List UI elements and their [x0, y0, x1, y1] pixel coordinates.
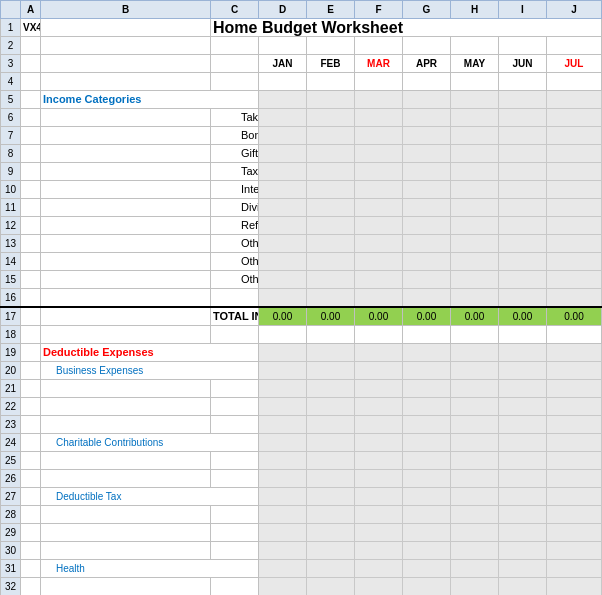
col-header-i: I	[499, 1, 547, 19]
char-item-2: Other Non-Profit	[211, 470, 259, 488]
month-jul: JUL	[547, 55, 602, 73]
row-6: 6 Take Home Pay	[1, 109, 602, 127]
cell-h5[interactable]	[451, 91, 499, 109]
name-box[interactable]: VX42	[21, 19, 41, 37]
income-item-5: Interest Income	[211, 181, 259, 199]
col-header-b: B	[41, 1, 211, 19]
rownum-2: 2	[1, 37, 21, 55]
row-2: 2	[1, 37, 602, 55]
row-14: 14 Other Income #2	[1, 253, 602, 271]
row-21: 21 Unreimbursed	[1, 380, 602, 398]
row-24: 24 Charitable Contributions	[1, 434, 602, 452]
business-expenses-label: Business Expenses	[41, 362, 259, 380]
health-item-1: Medical Insurance	[211, 578, 259, 596]
row-32: 32 Medical Insurance	[1, 578, 602, 596]
row-29: 29 Real Estate Tax	[1, 524, 602, 542]
bus-item-3: Other Business Expenses	[211, 416, 259, 434]
deductible-tax-label: Deductible Tax	[41, 488, 259, 506]
tax-item-3: Other Deducible Tax	[211, 542, 259, 560]
col-header-g: G	[403, 1, 451, 19]
tax-item-2: Real Estate Tax	[211, 524, 259, 542]
total-jun: 0.00	[499, 307, 547, 326]
income-categories-label: Income Categories	[41, 91, 259, 109]
row-31: 31 Health	[1, 560, 602, 578]
income-item-3: Gifts Received	[211, 145, 259, 163]
income-item-10: Other Income #3	[211, 271, 259, 289]
month-mar: MAR	[355, 55, 403, 73]
cell-d5[interactable]	[259, 91, 307, 109]
row-30: 30 Other Deducible Tax	[1, 542, 602, 560]
total-mar: 0.00	[355, 307, 403, 326]
rownum-3: 3	[1, 55, 21, 73]
col-header-a: A	[21, 1, 41, 19]
column-header-row: A B C D E F G H I J	[1, 1, 602, 19]
month-may: MAY	[451, 55, 499, 73]
col-header-f: F	[355, 1, 403, 19]
income-item-1: Take Home Pay	[211, 109, 259, 127]
row-19-deductible-header: 19 Deductible Expenses	[1, 344, 602, 362]
cell-j5[interactable]	[547, 91, 602, 109]
row-18: 18	[1, 326, 602, 344]
cell-g5[interactable]	[403, 91, 451, 109]
cell-i5[interactable]	[499, 91, 547, 109]
col-header-h: H	[451, 1, 499, 19]
row-23: 23 Other Business Expenses	[1, 416, 602, 434]
row-8: 8 Gifts Received	[1, 145, 602, 163]
total-may: 0.00	[451, 307, 499, 326]
row-3-months: 3 JAN FEB MAR APR MAY JUN JUL	[1, 55, 602, 73]
total-income-label: TOTAL INCOME	[211, 307, 259, 326]
col-header-c: C	[211, 1, 259, 19]
rownum-5: 5	[1, 91, 21, 109]
total-feb: 0.00	[307, 307, 355, 326]
row-4: 4	[1, 73, 602, 91]
col-header-e: E	[307, 1, 355, 19]
row-20: 20 Business Expenses	[1, 362, 602, 380]
row-27: 27 Deductible Tax	[1, 488, 602, 506]
total-jan: 0.00	[259, 307, 307, 326]
row-13: 13 Other Income #1	[1, 235, 602, 253]
spreadsheet: A B C D E F G H I J 1 VX42 Home Budget W…	[0, 0, 602, 595]
row-7: 7 Bonuses	[1, 127, 602, 145]
row-26: 26 Other Non-Profit	[1, 470, 602, 488]
row-28: 28 Personal Propery Tax	[1, 506, 602, 524]
row-10: 10 Interest Income	[1, 181, 602, 199]
total-jul: 0.00	[547, 307, 602, 326]
bus-item-2: Office At Home	[211, 398, 259, 416]
income-item-4: Tax Refunds	[211, 163, 259, 181]
cell-f5[interactable]	[355, 91, 403, 109]
spreadsheet-title: Home Budget Worksheet	[211, 19, 602, 37]
row-12: 12 Refunds/Reimbursements	[1, 217, 602, 235]
income-item-7: Refunds/Reimbursements	[211, 217, 259, 235]
row-15: 15 Other Income #3	[1, 271, 602, 289]
row-25: 25 Religious	[1, 452, 602, 470]
income-item-6: Dividends	[211, 199, 259, 217]
row-5-income-header: 5 Income Categories	[1, 91, 602, 109]
income-item-9: Other Income #2	[211, 253, 259, 271]
health-label: Health	[41, 560, 259, 578]
cell-e5[interactable]	[307, 91, 355, 109]
total-apr: 0.00	[403, 307, 451, 326]
month-apr: APR	[403, 55, 451, 73]
col-header-rownum	[1, 1, 21, 19]
rownum-4: 4	[1, 73, 21, 91]
row-11: 11 Dividends	[1, 199, 602, 217]
char-item-1: Religious	[211, 452, 259, 470]
row-17-total-income: 17 TOTAL INCOME 0.00 0.00 0.00 0.00 0.00…	[1, 307, 602, 326]
bus-item-1: Unreimbursed	[211, 380, 259, 398]
month-jan: JAN	[259, 55, 307, 73]
row-1: 1 VX42 Home Budget Worksheet	[1, 19, 602, 37]
row-9: 9 Tax Refunds	[1, 163, 602, 181]
income-item-8: Other Income #1	[211, 235, 259, 253]
income-item-2: Bonuses	[211, 127, 259, 145]
row-16: 16	[1, 289, 602, 308]
row-22: 22 Office At Home	[1, 398, 602, 416]
col-header-j: J	[547, 1, 602, 19]
rownum-1: 1	[1, 19, 21, 37]
month-feb: FEB	[307, 55, 355, 73]
deductible-expenses-label: Deductible Expenses	[41, 344, 259, 362]
col-header-d: D	[259, 1, 307, 19]
charitable-label: Charitable Contributions	[41, 434, 259, 452]
month-jun: JUN	[499, 55, 547, 73]
tax-item-1: Personal Propery Tax	[211, 506, 259, 524]
